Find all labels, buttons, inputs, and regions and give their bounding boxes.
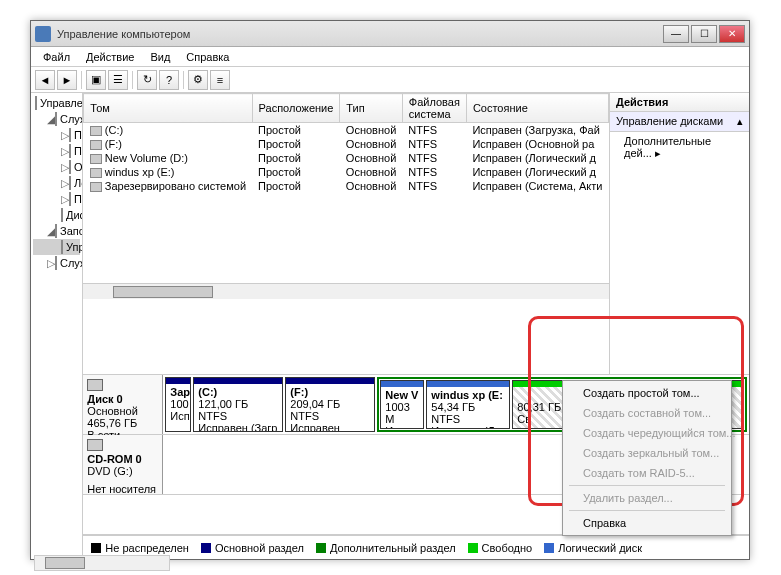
tree-system-tools[interactable]: ◢Служебные программы	[33, 111, 80, 127]
disk-0-header[interactable]: Диск 0 Основной 465,76 ГБ В сети	[83, 375, 163, 434]
volume-icon	[90, 182, 102, 192]
volume-row[interactable]: windus xp (E:)ПростойОсновнойNTFSИсправе…	[84, 165, 609, 179]
hdd-icon	[87, 379, 103, 391]
tree-scheduler[interactable]: ▷Планировщик заданий	[33, 127, 80, 143]
col-type[interactable]: Тип	[340, 94, 402, 123]
legend-ext-icon	[316, 543, 326, 553]
event-icon	[69, 144, 71, 158]
menu-help[interactable]: Справка	[178, 49, 237, 65]
up-button[interactable]: ▣	[86, 70, 106, 90]
close-button[interactable]: ✕	[719, 25, 745, 43]
tree-performance[interactable]: ▷Производительност	[33, 191, 80, 207]
tree-event-viewer[interactable]: ▷Просмотр событий	[33, 143, 80, 159]
ctx-create-simple-volume[interactable]: Создать простой том...	[565, 383, 729, 403]
tree-storage[interactable]: ◢Запоминающие устройс	[33, 223, 80, 239]
tree-device-manager[interactable]: Диспетчер устройст	[33, 207, 80, 223]
volume-row[interactable]: New Volume (D:)ПростойОсновнойNTFSИсправ…	[84, 151, 609, 165]
actions-more[interactable]: Дополнительные дей... ▸	[610, 132, 749, 163]
ctx-delete-partition: Удалить раздел...	[565, 488, 729, 508]
forward-button[interactable]: ►	[57, 70, 77, 90]
volume-icon	[90, 140, 102, 150]
minimize-button[interactable]: —	[663, 25, 689, 43]
device-icon	[61, 208, 63, 222]
legend-unalloc-icon	[91, 543, 101, 553]
refresh-button[interactable]: ↻	[137, 70, 157, 90]
clock-icon	[69, 128, 71, 142]
ctx-create-striped-volume: Создать чередующийся том...	[565, 423, 729, 443]
nav-tree[interactable]: Управление компьютером (л ◢Служебные про…	[31, 93, 83, 559]
maximize-button[interactable]: ☐	[691, 25, 717, 43]
volume-row[interactable]: (C:)ПростойОсновнойNTFSИсправен (Загрузк…	[84, 123, 609, 138]
list-hscroll[interactable]	[83, 283, 609, 299]
ctx-create-mirrored-volume: Создать зеркальный том...	[565, 443, 729, 463]
volume-list[interactable]: Том Расположение Тип Файловая система Со…	[83, 93, 609, 374]
context-menu: Создать простой том... Создать составной…	[562, 380, 732, 536]
window-title: Управление компьютером	[57, 28, 661, 40]
volume-icon	[90, 168, 102, 178]
cdrom-header[interactable]: CD-ROM 0 DVD (G:) Нет носителя	[83, 435, 163, 494]
tree-local-users[interactable]: ▷Локальные пользов	[33, 175, 80, 191]
tree-hscroll[interactable]	[34, 555, 170, 571]
ctx-create-spanned-volume: Создать составной том...	[565, 403, 729, 423]
perf-icon	[69, 192, 71, 206]
col-status[interactable]: Состояние	[466, 94, 608, 123]
users-icon	[69, 176, 71, 190]
volume-row[interactable]: (F:)ПростойОсновнойNTFSИсправен (Основно…	[84, 137, 609, 151]
legend: Не распределен Основной раздел Дополните…	[83, 535, 749, 559]
computer-icon	[35, 96, 37, 110]
services-icon	[55, 256, 57, 270]
actions-diskmgmt[interactable]: Управление дисками▴	[610, 112, 749, 132]
col-fs[interactable]: Файловая система	[402, 94, 466, 123]
back-button[interactable]: ◄	[35, 70, 55, 90]
volume-row[interactable]: Зарезервировано системойПростойОсновнойN…	[84, 179, 609, 193]
legend-primary-icon	[201, 543, 211, 553]
tools-icon	[55, 112, 57, 126]
tree-shared-folders[interactable]: ▷Общие папки	[33, 159, 80, 175]
settings-button[interactable]: ⚙	[188, 70, 208, 90]
menu-file[interactable]: Файл	[35, 49, 78, 65]
partition-c[interactable]: (C:)121,00 ГБ NTFSИсправен (Загр	[193, 377, 283, 432]
partition-d[interactable]: New V1003 MИсправе	[380, 380, 424, 429]
tree-root[interactable]: Управление компьютером (л	[33, 95, 80, 111]
menu-view[interactable]: Вид	[142, 49, 178, 65]
tree-disk-management[interactable]: Управление дисками	[33, 239, 80, 255]
properties-button[interactable]: ☰	[108, 70, 128, 90]
list-button[interactable]: ≡	[210, 70, 230, 90]
col-layout[interactable]: Расположение	[252, 94, 340, 123]
ctx-help[interactable]: Справка	[565, 513, 729, 533]
storage-icon	[55, 224, 57, 238]
partition-f[interactable]: (F:)209,04 ГБ NTFSИсправен (Осно	[285, 377, 375, 432]
tree-services[interactable]: ▷Службы и приложения	[33, 255, 80, 271]
chevron-up-icon: ▴	[737, 115, 743, 128]
partition-system-reserved[interactable]: Зар100Исп	[165, 377, 191, 432]
actions-header: Действия	[610, 93, 749, 112]
actions-pane: Действия Управление дисками▴ Дополнитель…	[609, 93, 749, 374]
dvd-icon	[87, 439, 103, 451]
toolbar: ◄ ► ▣ ☰ ↻ ? ⚙ ≡	[31, 67, 749, 93]
menu-action[interactable]: Действие	[78, 49, 142, 65]
volume-icon	[90, 126, 102, 136]
titlebar[interactable]: Управление компьютером — ☐ ✕	[31, 21, 749, 47]
disk-icon	[61, 240, 63, 254]
folder-icon	[69, 160, 71, 174]
col-volume[interactable]: Том	[84, 94, 252, 123]
ctx-create-raid5-volume: Создать том RAID-5...	[565, 463, 729, 483]
app-icon	[35, 26, 51, 42]
menubar: Файл Действие Вид Справка	[31, 47, 749, 67]
help-button[interactable]: ?	[159, 70, 179, 90]
partition-e[interactable]: windus xp (E:54,34 ГБ NTFSИсправен (Ло	[426, 380, 510, 429]
legend-free-icon	[468, 543, 478, 553]
legend-logical-icon	[544, 543, 554, 553]
volume-icon	[90, 154, 102, 164]
